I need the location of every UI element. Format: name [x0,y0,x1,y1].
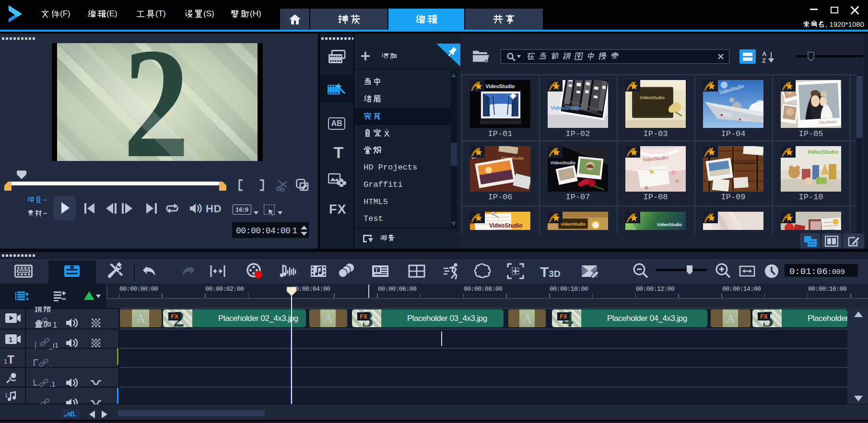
svg-text:VideoStudio: VideoStudio [489,222,523,229]
svg-text:VideoStudio: VideoStudio [640,95,665,100]
svg-text:VideoStudio: VideoStudio [657,222,682,227]
svg-text:VideoStudio: VideoStudio [808,149,838,155]
svg-text:1: 1 [9,335,12,343]
svg-text:Z: Z [762,57,766,64]
svg-text:VideoStudio: VideoStudio [731,160,756,165]
svg-text:1: 1 [5,392,8,398]
svg-text:VideoStudio: VideoStudio [551,160,576,165]
svg-text:VideoStudio: VideoStudio [551,105,581,111]
svg-text:VideoStudio: VideoStudio [485,83,515,89]
svg-text:T: T [375,267,378,273]
svg-text:VideoStudio: VideoStudio [561,222,586,227]
svg-text:A: A [762,50,767,57]
